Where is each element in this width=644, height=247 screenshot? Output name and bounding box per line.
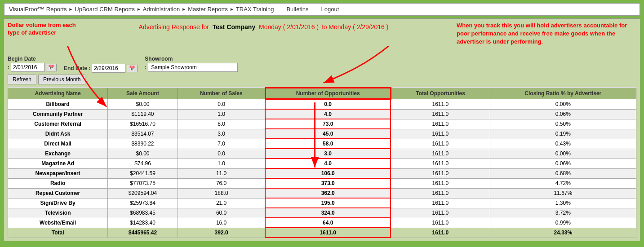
data-cell: 4.0 xyxy=(265,159,391,168)
data-cell: 0.0 xyxy=(265,99,391,110)
data-cell: 195.0 xyxy=(265,198,391,208)
total-cell: $445965.42 xyxy=(108,228,178,238)
begin-date-calendar-btn[interactable]: 📅 xyxy=(46,64,57,71)
nav-arrow-3: ► xyxy=(182,7,186,12)
data-cell: 1611.0 xyxy=(391,109,490,119)
data-cell: 0.19% xyxy=(490,129,636,139)
data-cell: 1.0 xyxy=(178,109,265,119)
nav-logout[interactable]: Logout xyxy=(321,6,339,13)
data-cell: 11.0 xyxy=(178,168,265,178)
table-row: Newspaper/Insert$20441.5911.0106.01611.0… xyxy=(8,168,636,178)
data-cell: $77073.75 xyxy=(108,178,178,188)
table-row: Television$68983.4560.0324.01611.03.72% xyxy=(8,208,636,218)
nav-administration-label: Administration xyxy=(143,6,180,13)
table-row: Community Partner$1119.401.04.01611.00.0… xyxy=(8,109,636,119)
nav-bar: VisualProof™ Reports ► UpBoard CRM Repor… xyxy=(4,3,640,16)
data-cell: 1611.0 xyxy=(391,119,490,129)
advertising-name-cell: Newspaper/Insert xyxy=(8,168,108,178)
data-cell: 1611.0 xyxy=(391,208,490,218)
nav-visual-proof[interactable]: VisualProof™ Reports xyxy=(9,6,67,13)
data-cell: $0.00 xyxy=(108,99,178,110)
table-row: Sign/Drive By$25973.8421.0195.01611.01.3… xyxy=(8,198,636,208)
end-date-group: End Date : 📅 xyxy=(64,64,138,73)
refresh-button[interactable]: Refresh xyxy=(8,75,36,84)
end-date-calendar-btn[interactable]: 📅 xyxy=(127,65,138,72)
data-cell: 0.0 xyxy=(178,149,265,159)
table-row: Website/Email$14283.4016.064.01611.00.99… xyxy=(8,218,636,228)
advertising-name-cell: Customer Referral xyxy=(8,119,108,129)
total-cell: 1611.0 xyxy=(391,228,490,238)
data-cell: $25973.84 xyxy=(108,198,178,208)
nav-logout-label: Logout xyxy=(321,6,339,13)
main-content: Dollar volume from each type of advertis… xyxy=(4,18,640,241)
begin-date-input[interactable] xyxy=(11,63,44,72)
advertising-name-cell: Billboard xyxy=(8,99,108,110)
data-cell: 64.0 xyxy=(265,218,391,228)
nav-arrow-2: ► xyxy=(137,7,141,12)
table-row: Radio$77073.7576.0373.01611.04.72% xyxy=(8,178,636,188)
nav-trax[interactable]: TRAX Training xyxy=(236,6,274,13)
data-cell: 3.0 xyxy=(265,149,391,159)
nav-arrow-1: ► xyxy=(68,7,73,12)
data-cell: 1611.0 xyxy=(391,168,490,178)
nav-administration[interactable]: Administration xyxy=(143,6,180,13)
data-cell: 362.0 xyxy=(265,188,391,198)
data-cell: 0.50% xyxy=(490,119,636,129)
data-cell: 60.0 xyxy=(178,208,265,218)
nav-master-reports[interactable]: Master Reports xyxy=(188,6,228,13)
showroom-top-label: Showroom xyxy=(145,56,238,62)
data-cell: $3514.07 xyxy=(108,129,178,139)
data-cell: 4.72% xyxy=(490,178,636,188)
data-cell: 1611.0 xyxy=(391,218,490,228)
previous-month-button[interactable]: Previous Month xyxy=(38,75,85,84)
data-cell: 1.30% xyxy=(490,198,636,208)
data-cell: 1611.0 xyxy=(391,159,490,168)
data-cell: 0.00% xyxy=(490,149,636,159)
advertising-name-cell: Community Partner xyxy=(8,109,108,119)
data-cell: 0.43% xyxy=(490,139,636,149)
page-wrapper: VisualProof™ Reports ► UpBoard CRM Repor… xyxy=(0,3,644,241)
advertising-name-cell: Sign/Drive By xyxy=(8,198,108,208)
data-cell: 1611.0 xyxy=(391,139,490,149)
nav-bulletins-label: Bulletins xyxy=(286,6,308,13)
col-header-closing-ratio: Closing Ratio % by Advertiser xyxy=(490,88,636,99)
data-cell: 0.99% xyxy=(490,218,636,228)
showroom-input[interactable] xyxy=(148,63,238,72)
data-cell: $0.00 xyxy=(108,149,178,159)
nav-bulletins[interactable]: Bulletins xyxy=(286,6,308,13)
nav-upboard-label: UpBoard CRM Reports xyxy=(75,6,135,13)
advertising-name-cell: Didnt Ask xyxy=(8,129,108,139)
data-cell: 1611.0 xyxy=(391,149,490,159)
data-cell: 106.0 xyxy=(265,168,391,178)
nav-visual-proof-label: VisualProof™ Reports xyxy=(9,6,67,13)
data-cell: 8.0 xyxy=(178,119,265,129)
data-cell: 4.0 xyxy=(265,109,391,119)
begin-date-group: Begin Date : 📅 xyxy=(8,56,57,72)
data-cell: $14283.40 xyxy=(108,218,178,228)
advertising-name-cell: Exchange xyxy=(8,149,108,159)
data-cell: $74.96 xyxy=(108,159,178,168)
nav-upboard[interactable]: UpBoard CRM Reports xyxy=(75,6,135,13)
total-cell: 392.0 xyxy=(178,228,265,238)
data-cell: 73.0 xyxy=(265,119,391,129)
total-cell: Total xyxy=(8,228,108,238)
annotation-right: When you track this you will hold advert… xyxy=(457,22,636,46)
data-cell: 3.72% xyxy=(490,208,636,218)
total-row: Total$445965.42392.01611.01611.024.33% xyxy=(8,228,636,238)
col-header-num-sales: Number of Sales xyxy=(178,88,265,99)
data-cell: 0.68% xyxy=(490,168,636,178)
data-cell: 11.67% xyxy=(490,188,636,198)
data-cell: $209594.04 xyxy=(108,188,178,198)
data-cell: 3.0 xyxy=(178,129,265,139)
data-cell: 1611.0 xyxy=(391,198,490,208)
data-cell: $8390.22 xyxy=(108,139,178,149)
data-cell: 45.0 xyxy=(265,129,391,139)
end-date-input[interactable] xyxy=(92,64,125,73)
total-cell: 24.33% xyxy=(490,228,636,238)
data-cell: 1611.0 xyxy=(391,178,490,188)
data-cell: 1611.0 xyxy=(391,99,490,110)
data-cell: $1119.40 xyxy=(108,109,178,119)
col-header-total-opps: Total Opportunities xyxy=(391,88,490,99)
col-header-num-opps: Number of Opportunities xyxy=(265,88,391,99)
data-cell: $16516.70 xyxy=(108,119,178,129)
